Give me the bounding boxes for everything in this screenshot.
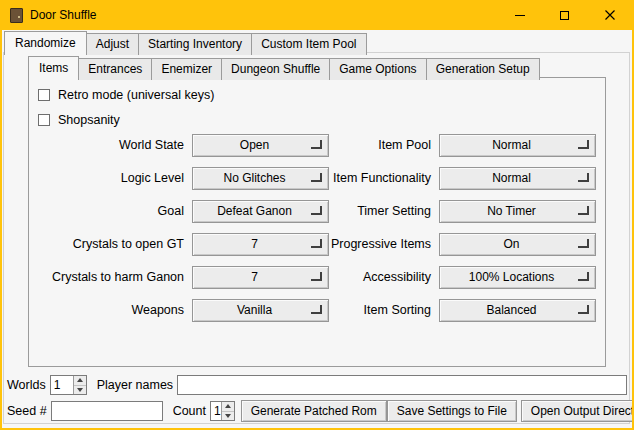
tab-generation-setup[interactable]: Generation Setup [426,58,540,80]
option-row: Weapons Vanilla Item Sorting Balanced [29,299,605,322]
spinner-up-icon[interactable] [222,402,234,412]
count-label: Count [173,404,206,418]
option-row: Crystals to harm Ganon 7 Accessibility 1… [29,266,605,289]
count-value: 1 [211,402,221,420]
dropdown-indicator-icon [578,239,589,248]
timer-setting-dropdown[interactable]: No Timer [439,200,596,223]
worlds-label: Worlds [7,378,46,392]
weapons-label: Weapons [29,299,184,322]
retro-mode-checkbox[interactable]: Retro mode (universal keys) [38,87,214,103]
item-pool-value: Normal [440,135,595,156]
save-settings-button[interactable]: Save Settings to File [387,400,517,422]
worlds-spinner[interactable]: 1 [50,375,87,395]
minimize-icon [515,15,525,16]
progressive-items-label: Progressive Items [277,233,431,256]
window-title: Door Shuffle [30,8,97,22]
item-functionality-label: Item Functionality [277,167,431,190]
item-functionality-dropdown[interactable]: Normal [439,167,596,190]
checkbox-box-icon [38,89,50,101]
worlds-value: 1 [51,376,73,394]
seed-row: Seed # Count 1 Generate Patched Rom Save… [7,399,627,423]
player-names-input[interactable] [177,375,627,395]
item-sorting-dropdown[interactable]: Balanced [439,299,596,322]
close-button[interactable] [587,0,632,30]
goal-label: Goal [29,200,184,223]
progressive-items-value: On [440,234,595,255]
tab-items[interactable]: Items [28,56,79,80]
door-shuffle-window: Door Shuffle Randomize Adjust Starting I… [0,0,634,430]
retro-mode-label: Retro mode (universal keys) [58,88,214,102]
app-icon [10,8,23,23]
shopsanity-label: Shopsanity [58,113,120,127]
option-row: World State Open Item Pool Normal [29,134,605,157]
option-row: Logic Level No Glitches Item Functionali… [29,167,605,190]
main-tab-bar: Randomize Adjust Starting Inventory Cust… [4,31,367,55]
generate-patched-rom-button[interactable]: Generate Patched Rom [241,400,387,422]
accessibility-dropdown[interactable]: 100% Locations [439,266,596,289]
progressive-items-dropdown[interactable]: On [439,233,596,256]
window-controls [497,0,632,30]
open-output-directory-button[interactable]: Open Output Directory [521,400,634,422]
dropdown-indicator-icon [578,206,589,215]
spinner-down-icon[interactable] [222,412,234,421]
tab-dungeon-shuffle[interactable]: Dungeon Shuffle [221,58,330,80]
world-state-label: World State [29,134,184,157]
crystals-open-gt-label: Crystals to open GT [29,233,184,256]
timer-setting-label: Timer Setting [277,200,431,223]
close-icon [605,10,615,20]
minimize-button[interactable] [497,0,542,30]
item-pool-dropdown[interactable]: Normal [439,134,596,157]
shopsanity-checkbox[interactable]: Shopsanity [38,112,120,128]
logic-level-label: Logic Level [29,167,184,190]
item-functionality-value: Normal [440,168,595,189]
option-row: Crystals to open GT 7 Progressive Items … [29,233,605,256]
items-pane: Retro mode (universal keys) Shopsanity W… [28,77,606,367]
item-pool-label: Item Pool [277,134,431,157]
worlds-row: Worlds 1 Player names [7,374,627,396]
timer-setting-value: No Timer [440,201,595,222]
tab-enemizer[interactable]: Enemizer [151,58,222,80]
player-names-label: Player names [97,378,173,392]
dropdown-indicator-icon [578,140,589,149]
client-area: Randomize Adjust Starting Inventory Cust… [2,30,632,426]
spinner-up-icon[interactable] [74,376,86,386]
dropdown-indicator-icon [578,305,589,314]
maximize-button[interactable] [542,0,587,30]
titlebar: Door Shuffle [2,0,632,30]
count-spinner[interactable]: 1 [210,401,235,421]
dropdown-indicator-icon [578,272,589,281]
maximize-icon [560,11,569,20]
spinner-down-icon[interactable] [74,386,86,395]
checkbox-box-icon [38,114,50,126]
option-row: Goal Defeat Ganon Timer Setting No Timer [29,200,605,223]
sub-tab-bar: Items Entrances Enemizer Dungeon Shuffle… [28,56,540,80]
tab-game-options[interactable]: Game Options [329,58,426,80]
item-sorting-value: Balanced [440,300,595,321]
dropdown-indicator-icon [578,173,589,182]
seed-input[interactable] [51,401,163,421]
accessibility-label: Accessibility [277,266,431,289]
accessibility-value: 100% Locations [440,267,595,288]
tab-entrances[interactable]: Entrances [78,58,152,80]
tab-adjust[interactable]: Adjust [86,33,139,55]
crystals-harm-ganon-label: Crystals to harm Ganon [29,266,184,289]
item-sorting-label: Item Sorting [277,299,431,322]
seed-label: Seed # [7,404,47,418]
tab-randomize[interactable]: Randomize [4,31,87,55]
tab-starting-inventory[interactable]: Starting Inventory [138,33,252,55]
tab-custom-item-pool[interactable]: Custom Item Pool [251,33,366,55]
